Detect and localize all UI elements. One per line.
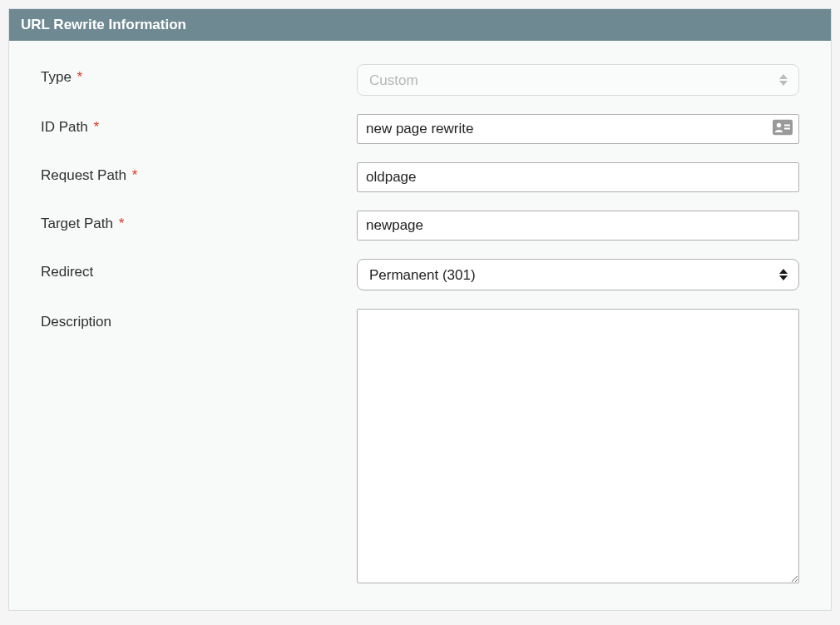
description-textarea[interactable] xyxy=(357,309,799,583)
required-asterisk: * xyxy=(119,216,125,231)
label-type: Type * xyxy=(41,64,357,86)
target-path-input[interactable] xyxy=(357,211,799,241)
id-path-input[interactable] xyxy=(357,114,799,144)
label-target-path-text: Target Path xyxy=(41,216,113,231)
id-path-wrapper xyxy=(357,114,799,144)
label-redirect: Redirect xyxy=(41,259,357,280)
row-type: Type * Custom xyxy=(41,64,799,96)
row-redirect: Redirect Permanent (301) xyxy=(41,259,799,290)
control-redirect: Permanent (301) xyxy=(357,259,799,290)
label-target-path: Target Path * xyxy=(41,211,357,232)
control-type: Custom xyxy=(357,64,799,96)
control-id-path xyxy=(357,114,799,144)
label-type-text: Type xyxy=(41,69,72,85)
row-description: Description xyxy=(41,309,799,587)
request-path-input[interactable] xyxy=(357,162,799,192)
required-asterisk: * xyxy=(132,167,138,183)
control-target-path xyxy=(357,211,799,241)
url-rewrite-panel: URL Rewrite Information Type * Custom xyxy=(8,8,832,611)
row-request-path: Request Path * xyxy=(41,162,799,192)
required-asterisk: * xyxy=(77,69,83,85)
redirect-select-wrapper: Permanent (301) xyxy=(357,259,799,290)
label-request-path-text: Request Path xyxy=(41,167,126,183)
label-id-path-text: ID Path xyxy=(41,119,88,135)
required-asterisk: * xyxy=(93,119,99,135)
type-select: Custom xyxy=(357,64,799,96)
type-select-wrapper: Custom xyxy=(357,64,799,96)
label-request-path: Request Path * xyxy=(41,162,357,184)
label-description-text: Description xyxy=(41,314,111,330)
panel-title: URL Rewrite Information xyxy=(9,9,831,41)
row-id-path: ID Path * xyxy=(41,114,799,144)
control-description xyxy=(357,309,799,587)
label-id-path: ID Path * xyxy=(41,114,357,136)
label-redirect-text: Redirect xyxy=(41,264,93,280)
redirect-select[interactable]: Permanent (301) xyxy=(357,259,799,290)
control-request-path xyxy=(357,162,799,192)
row-target-path: Target Path * xyxy=(41,211,799,241)
label-description: Description xyxy=(41,309,357,330)
form-body: Type * Custom ID Path * xyxy=(9,41,831,610)
